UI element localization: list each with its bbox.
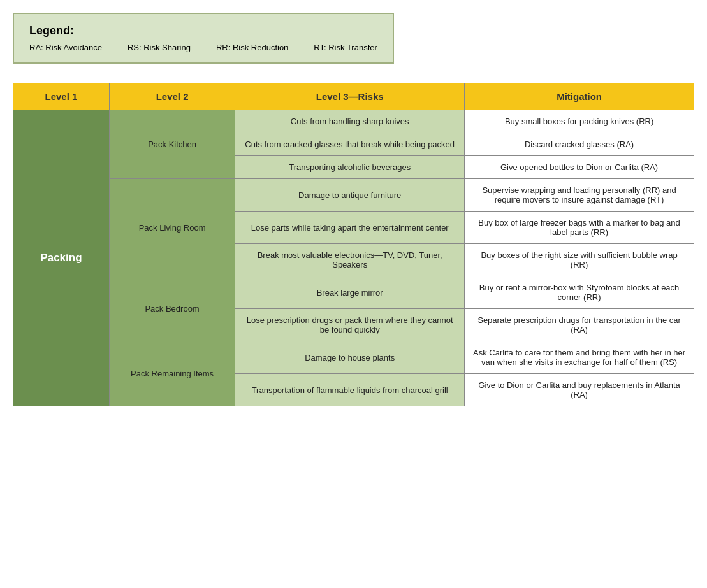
mitigation-cell: Buy box of large freezer bags with a mar… — [465, 212, 694, 244]
mitigation-cell: Give to Dion or Carlita and buy replacem… — [465, 374, 694, 406]
legend-items: RA: Risk Avoidance RS: Risk Sharing RR: … — [29, 43, 377, 52]
table-row: Pack Remaining ItemsDamage to house plan… — [13, 341, 694, 374]
header-level2: Level 2 — [109, 83, 235, 110]
header-level3: Level 3—Risks — [235, 83, 465, 110]
table-row: Pack BedroomBreak large mirrorBuy or ren… — [13, 276, 694, 309]
mitigation-cell: Discard cracked glasses (RA) — [465, 133, 694, 156]
level3-risk-cell: Break large mirror — [235, 276, 465, 309]
level3-risk-cell: Transportation of flammable liquids from… — [235, 374, 465, 406]
risk-table: Level 1 Level 2 Level 3—Risks Mitigation… — [13, 83, 694, 406]
table-row: Pack Living RoomDamage to antique furnit… — [13, 179, 694, 212]
legend-item-ra: RA: Risk Avoidance — [29, 43, 102, 52]
mitigation-cell: Give opened bottles to Dion or Carlita (… — [465, 156, 694, 179]
level2-cell: Pack Kitchen — [109, 110, 235, 179]
table-header-row: Level 1 Level 2 Level 3—Risks Mitigation — [13, 83, 694, 110]
level3-risk-cell: Lose prescription drugs or pack them whe… — [235, 309, 465, 341]
legend-box: Legend: RA: Risk Avoidance RS: Risk Shar… — [13, 13, 394, 64]
level2-cell: Pack Remaining Items — [109, 341, 235, 406]
level2-cell: Pack Bedroom — [109, 276, 235, 341]
legend-item-rt: RT: Risk Transfer — [314, 43, 377, 52]
level2-cell: Pack Living Room — [109, 179, 235, 276]
mitigation-cell: Buy small boxes for packing knives (RR) — [465, 110, 694, 133]
table-row: PackingPack KitchenCuts from handling sh… — [13, 110, 694, 133]
level3-risk-cell: Damage to house plants — [235, 341, 465, 374]
mitigation-cell: Ask Carlita to care for them and bring t… — [465, 341, 694, 374]
level3-risk-cell: Lose parts while taking apart the entert… — [235, 212, 465, 244]
mitigation-cell: Buy boxes of the right size with suffici… — [465, 244, 694, 276]
level3-risk-cell: Transporting alcoholic beverages — [235, 156, 465, 179]
legend-item-rs: RS: Risk Sharing — [128, 43, 191, 52]
mitigation-cell: Buy or rent a mirror-box with Styrofoam … — [465, 276, 694, 309]
level3-risk-cell: Cuts from cracked glasses that break whi… — [235, 133, 465, 156]
header-level1: Level 1 — [13, 83, 110, 110]
legend-title: Legend: — [29, 24, 377, 38]
mitigation-cell: Separate prescription drugs for transpor… — [465, 309, 694, 341]
level3-risk-cell: Cuts from handling sharp knives — [235, 110, 465, 133]
legend-item-rr: RR: Risk Reduction — [216, 43, 288, 52]
level3-risk-cell: Damage to antique furniture — [235, 179, 465, 212]
header-mitigation: Mitigation — [465, 83, 694, 110]
level1-cell: Packing — [13, 110, 110, 406]
mitigation-cell: Supervise wrapping and loading personall… — [465, 179, 694, 212]
level3-risk-cell: Break most valuable electronics—TV, DVD,… — [235, 244, 465, 276]
